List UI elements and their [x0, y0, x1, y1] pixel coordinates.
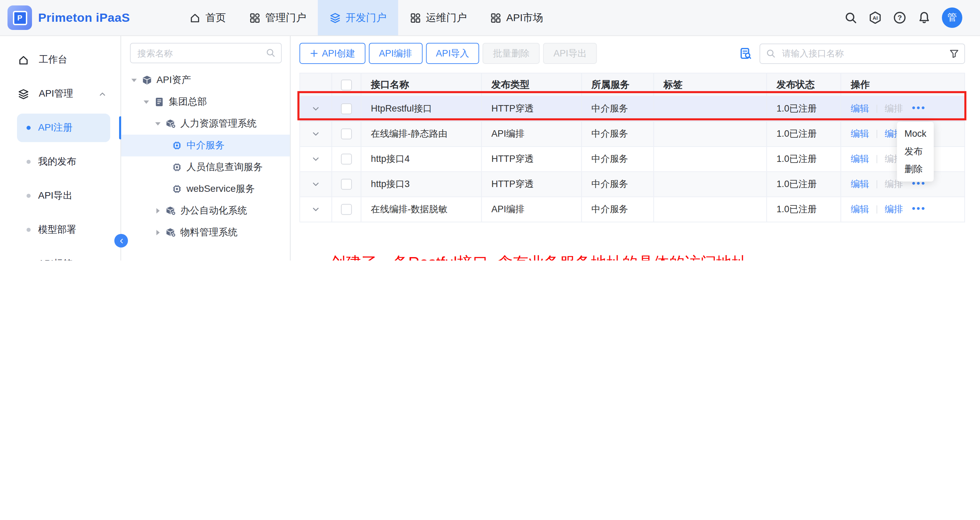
api-doc-search-icon[interactable]	[739, 47, 752, 60]
filter-funnel-icon[interactable]	[949, 48, 959, 59]
divider	[877, 105, 877, 113]
topbar-actions: 管	[844, 0, 980, 35]
table-row[interactable]: 在线编排-数据脱敏 API编排 中介服务 1.0已注册 编辑 编排 •••	[300, 197, 964, 222]
select-all-checkbox[interactable]	[341, 79, 352, 90]
orchestrate-link[interactable]: 编排	[885, 103, 903, 115]
table-header-row: 接口名称 发布类型 所属服务 标签 发布状态 操作	[300, 73, 964, 97]
sidebar-item-my-publish[interactable]: 我的发布	[0, 145, 121, 179]
table-row[interactable]: HtpRestful接口 HTTP穿透 中介服务 1.0已注册 编辑 编排 ••…	[300, 97, 964, 122]
nav-item-home[interactable]: 首页	[178, 0, 238, 35]
plus-icon	[310, 49, 318, 58]
api-import-button[interactable]: API导入	[426, 43, 479, 64]
divider	[877, 155, 877, 163]
expand-chevron-icon[interactable]	[311, 205, 321, 214]
tree-node-group-hq[interactable]: 集团总部	[121, 91, 290, 113]
table-row[interactable]: http接口3 HTTP穿透 中介服务 1.0已注册 编辑 编排 •••	[300, 172, 964, 197]
edit-link[interactable]: 编辑	[851, 128, 869, 140]
action-cell: 编辑 编排 •••	[841, 197, 964, 222]
row-checkbox[interactable]	[341, 179, 352, 190]
tree-node-oa-system[interactable]: 办公自动化系统	[121, 200, 290, 222]
sidebar-item-label: 我的发布	[38, 156, 76, 168]
column-header-action: 操作	[841, 73, 964, 96]
search-icon[interactable]	[266, 48, 276, 58]
expand-chevron-icon[interactable]	[311, 179, 321, 189]
menu-item-publish[interactable]: 发布	[897, 143, 934, 160]
nav-item-api-market[interactable]: API市场	[478, 0, 555, 35]
owning-service: 中介服务	[582, 197, 654, 222]
edit-link[interactable]: 编辑	[851, 203, 869, 216]
notification-bell-icon[interactable]	[917, 11, 931, 24]
nav-item-label: 管理门户	[265, 11, 306, 24]
home-icon	[18, 54, 29, 66]
column-header-name: 接口名称	[361, 73, 482, 96]
tree-node-personnel-info-service[interactable]: 人员信息查询服务	[121, 157, 290, 178]
sidebar-item-label: 模型部署	[38, 224, 76, 236]
menu-item-delete[interactable]: 删除	[897, 160, 934, 178]
tree-node-material-system[interactable]: 物料管理系统	[121, 222, 290, 244]
orchestrate-link[interactable]: 编排	[885, 203, 903, 216]
user-avatar[interactable]: 管	[942, 8, 962, 28]
row-checkbox[interactable]	[341, 128, 352, 140]
home-icon	[189, 12, 201, 24]
caret-right-icon[interactable]	[153, 228, 163, 238]
tree-search	[130, 43, 282, 63]
nav-item-ops-portal[interactable]: 运维门户	[398, 0, 478, 35]
caret-right-icon[interactable]	[153, 206, 163, 216]
button-label: 批量删除	[493, 47, 530, 60]
more-actions-button[interactable]: •••	[912, 102, 926, 113]
caret-down-icon[interactable]	[142, 97, 151, 107]
sidebar-item-model-deploy[interactable]: 模型部署	[0, 213, 121, 247]
table-row[interactable]: http接口4 HTTP穿透 中介服务 1.0已注册 编辑 编排	[300, 147, 964, 172]
expand-chevron-icon[interactable]	[311, 104, 321, 114]
api-export-button[interactable]: API导出	[543, 43, 597, 64]
nav-item-dev-portal[interactable]: 开发门户	[318, 0, 398, 35]
chevron-up-icon	[98, 89, 107, 98]
annotation-text: 创建了一条Restful接口, 含有业务服务地址的具体的访问地址	[330, 252, 965, 260]
api-name-search-input[interactable]	[759, 43, 965, 63]
tree-node-label: 中介服务	[186, 140, 225, 152]
api-orchestrate-button[interactable]: API编排	[369, 43, 422, 64]
help-icon[interactable]	[893, 11, 907, 24]
sidebar-item-api-export[interactable]: API导出	[0, 179, 121, 213]
row-checkbox[interactable]	[341, 154, 352, 165]
edit-link[interactable]: 编辑	[851, 178, 869, 190]
tree-node-hr-system[interactable]: 人力资源管理系统	[121, 113, 290, 135]
main-content: API创建 API编排 API导入 批量删除 API导出	[291, 36, 980, 260]
nav-item-admin-portal[interactable]: 管理门户	[237, 0, 318, 35]
caret-down-icon[interactable]	[153, 119, 163, 128]
edit-link[interactable]: 编辑	[851, 153, 869, 165]
api-create-button[interactable]: API创建	[299, 43, 365, 64]
row-checkbox[interactable]	[341, 204, 352, 215]
sidebar-item-api-tags[interactable]: API标签	[0, 247, 121, 260]
sidebar-collapse-toggle[interactable]	[115, 234, 128, 247]
sidebar-group-api-management[interactable]: API管理	[0, 77, 121, 111]
edit-link[interactable]: 编辑	[851, 103, 869, 115]
caret-down-icon[interactable]	[129, 76, 139, 85]
tree-node-webservice[interactable]: webService服务	[121, 178, 290, 200]
row-checkbox[interactable]	[341, 103, 352, 114]
ai-assistant-icon[interactable]	[869, 11, 882, 24]
brand-logo-letter: P	[13, 11, 27, 25]
table-row[interactable]: 在线编排-静态路由 API编排 中介服务 1.0已注册 编辑 编排	[300, 122, 964, 147]
tree-node-label: API资产	[157, 74, 191, 86]
expand-chevron-icon[interactable]	[311, 129, 321, 139]
search-icon[interactable]	[844, 11, 858, 24]
brand-logo-icon: P	[8, 5, 32, 30]
nav-item-label: 运维门户	[426, 11, 467, 24]
tree-node-intermediary-service[interactable]: 中介服务	[121, 135, 290, 157]
button-label: API编排	[379, 47, 412, 60]
batch-delete-button[interactable]: 批量删除	[483, 43, 540, 64]
brand[interactable]: P Primeton iPaaS	[0, 0, 130, 35]
sidebar-item-workbench[interactable]: 工作台	[0, 43, 121, 77]
button-label: API导出	[554, 47, 587, 60]
publish-type: API编排	[482, 122, 582, 146]
menu-item-mock[interactable]: Mock	[897, 125, 934, 143]
sidebar-item-api-register[interactable]: API注册	[0, 111, 121, 145]
tree-search-input[interactable]	[130, 43, 282, 63]
expand-chevron-icon[interactable]	[311, 154, 321, 164]
tree-node-label: 人员信息查询服务	[186, 161, 263, 173]
grid-icon	[249, 12, 260, 24]
tree-node-api-assets[interactable]: API资产	[121, 70, 290, 91]
nav-item-label: 开发门户	[345, 11, 387, 24]
more-actions-button[interactable]: •••	[912, 203, 926, 214]
